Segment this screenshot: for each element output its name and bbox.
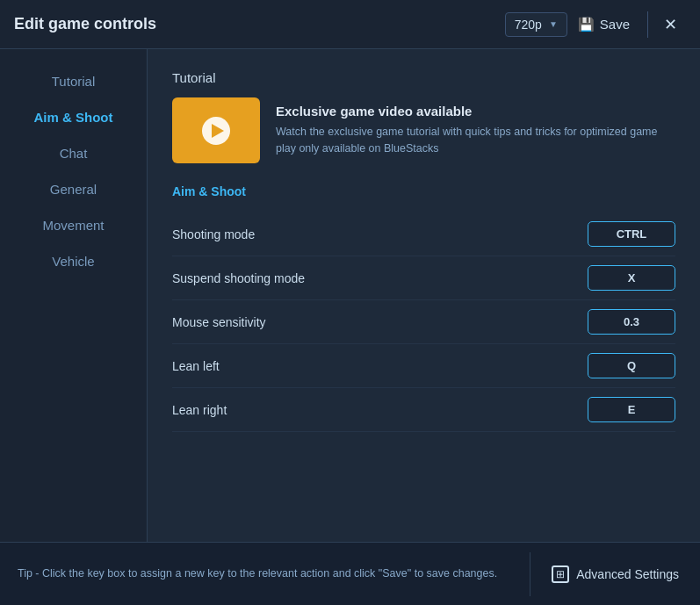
key-box-1[interactable]: X [588, 265, 675, 291]
chevron-down-icon: ▼ [549, 19, 558, 29]
key-box-0[interactable]: CTRL [588, 221, 675, 247]
key-box-4[interactable]: E [588, 397, 675, 422]
resolution-dropdown[interactable]: 720p ▼ [505, 12, 567, 37]
video-thumbnail[interactable] [172, 97, 260, 163]
resolution-value: 720p [515, 18, 542, 32]
control-label-0: Shooting mode [172, 227, 255, 241]
control-label-4: Lean right [172, 403, 227, 417]
sidebar-item-tutorial[interactable]: Tutorial [0, 63, 147, 99]
sidebar-item-general[interactable]: General [0, 171, 147, 207]
save-label: Save [600, 17, 630, 32]
key-box-3[interactable]: Q [588, 353, 675, 378]
table-row: Shooting mode CTRL [172, 212, 675, 256]
play-icon [212, 124, 224, 138]
sidebar-item-aim-shoot[interactable]: Aim & Shoot [0, 99, 147, 135]
table-row: Lean left Q [172, 344, 675, 388]
tutorial-text: Exclusive game video available Watch the… [276, 104, 675, 157]
save-button[interactable]: 💾 Save [567, 11, 640, 38]
sidebar-item-movement[interactable]: Movement [0, 207, 147, 243]
header-divider [647, 11, 648, 38]
tutorial-card: Exclusive game video available Watch the… [172, 97, 675, 163]
play-button[interactable] [202, 117, 230, 145]
control-label-2: Mouse sensitivity [172, 315, 266, 329]
footer: Tip - Click the key box to assign a new … [0, 542, 700, 605]
table-row: Mouse sensitivity 0.3 [172, 300, 675, 344]
sidebar: Tutorial Aim & Shoot Chat General Moveme… [0, 49, 148, 542]
tutorial-video-desc: Watch the exclusive game tutorial with q… [276, 124, 675, 157]
header-actions: 💾 Save ✕ [567, 10, 686, 40]
tutorial-section-title: Tutorial [172, 70, 675, 85]
tutorial-video-title: Exclusive game video available [276, 104, 675, 119]
table-row: Suspend shooting mode X [172, 256, 675, 300]
sidebar-item-chat[interactable]: Chat [0, 135, 147, 171]
aim-shoot-section-title: Aim & Shoot [172, 184, 675, 198]
main-layout: Tutorial Aim & Shoot Chat General Moveme… [0, 49, 700, 542]
content-area: Tutorial Exclusive game video available … [148, 49, 700, 542]
table-row: Lean right E [172, 388, 675, 432]
advanced-settings-button[interactable]: ⊞ Advanced Settings [530, 565, 700, 583]
control-label-3: Lean left [172, 359, 220, 373]
advanced-settings-label: Advanced Settings [576, 567, 679, 581]
advanced-settings-icon: ⊞ [552, 565, 569, 583]
close-button[interactable]: ✕ [655, 10, 686, 40]
page-title: Edit game controls [14, 15, 487, 33]
control-label-1: Suspend shooting mode [172, 271, 305, 285]
key-box-2[interactable]: 0.3 [588, 309, 675, 335]
header: Edit game controls 720p ▼ 💾 Save ✕ [0, 0, 700, 49]
sidebar-item-vehicle[interactable]: Vehicle [0, 243, 147, 279]
save-icon: 💾 [578, 17, 595, 32]
footer-tip: Tip - Click the key box to assign a new … [0, 565, 530, 582]
controls-list: Shooting mode CTRL Suspend shooting mode… [172, 212, 675, 432]
